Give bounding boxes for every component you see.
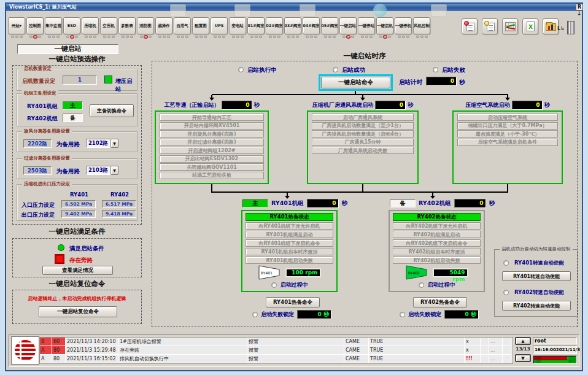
step-item: 开始导通站内工艺 (160, 114, 264, 121)
alarm-time: 2021/11/3 14:20:10 (66, 338, 118, 346)
outlet-value-1[interactable]: 9.402 MPa (61, 210, 96, 218)
filter-standby-value[interactable]: 2503路 (23, 166, 52, 175)
event-summary-icon[interactable] (482, 18, 498, 34)
toolbar-button[interactable]: UPS (211, 17, 228, 38)
data-archive-icon[interactable] (543, 18, 559, 34)
speed-auto-group: 启机成功后自动切为转速自动控制 RY401转速自动使能 RY401转速自动使能 … (494, 249, 578, 317)
alarm-priority: A (40, 355, 52, 363)
toolbar-button[interactable]: 一键停站 (358, 17, 375, 38)
alarm-priority: B (40, 338, 52, 346)
pressure-group: 压缩机进出口压力设定 RY401 RY402 入口压力设定 6.502 MPa … (17, 184, 137, 221)
qty-input[interactable]: 1 (63, 75, 97, 85)
outlet-label: 出口压力设定 (21, 211, 55, 219)
ry402-ready-bar: RY402热备状态 (393, 213, 481, 221)
inlet-value-2[interactable]: 6.517 MPa (102, 200, 136, 208)
filter-select[interactable]: 2103路 (86, 166, 110, 175)
alarm-type: 报警 (247, 346, 344, 355)
toolbar-button[interactable]: 04#阀室 (303, 17, 320, 38)
success-lamp (333, 67, 338, 72)
company-logo[interactable] (11, 336, 39, 365)
toolbar-button-indicators (229, 36, 246, 38)
outlet-value-2[interactable]: 9.418 MPa (102, 210, 136, 218)
toolbar-button[interactable]: 压缩机 (82, 17, 99, 38)
toolbar-button[interactable]: 自用气 (174, 17, 191, 38)
toolbar-button-indicators (45, 36, 62, 38)
toolbar-button[interactable]: 01#阀室 (247, 17, 265, 38)
ry402-speed-auto-button[interactable]: RY402转速自动使能 (502, 301, 571, 311)
step-item: 向RY402机组下发允许启机 (393, 222, 481, 230)
reset-button[interactable]: 一键启站复位命令 (39, 306, 117, 317)
toolbar-button[interactable]: 变电站 (229, 17, 246, 38)
alarm-scroll-down-button[interactable]: ▼ (515, 354, 531, 362)
step-item: 向RY401机组下发启机命令 (246, 239, 333, 247)
toolbar-button[interactable]: 一键停机 (395, 17, 412, 38)
ry401-standby-button[interactable]: RY401热备命令 (266, 297, 320, 307)
toolbar-button[interactable]: 空压机 (100, 17, 117, 38)
toolbar-button[interactable]: 03#阀室 (284, 17, 301, 38)
toolbar-button[interactable]: 参数表 (118, 17, 136, 38)
alarm-value: TRUE (369, 355, 465, 363)
toolbar-button[interactable]: 控制图 (26, 17, 44, 38)
alarm-row[interactable]: A 80 2021/11/3 15:29:48 存在旁路 报警 CAME TRU… (40, 346, 513, 355)
logo-emblem-icon (15, 340, 36, 361)
cyclone-select-arrow-icon[interactable]: ▼ (110, 139, 118, 148)
alarm-scroll-up-button[interactable]: ▲ (515, 337, 531, 345)
clock-date: 2021/11/3 (556, 346, 580, 354)
ry402-rpm-display: 5049 rpm (433, 268, 468, 277)
ry401-fail-lamp (252, 312, 258, 317)
clock-time: 16:16:00 (535, 346, 556, 354)
ry402-fail-row: 启动失败锁定 0 秒 (400, 310, 479, 319)
toolbar-button-indicators (174, 36, 191, 38)
report-export-icon[interactable]: X (522, 18, 538, 34)
toolbar-button[interactable]: 越操作 (155, 17, 172, 38)
ghost-icon (234, 4, 250, 17)
toolbar-button[interactable]: ESD (63, 17, 80, 38)
station-timer-display: 0 (426, 77, 457, 86)
toolbar-button[interactable]: 风机控制 (413, 17, 430, 38)
view-condition-button[interactable]: 查看满足情况 (42, 266, 113, 275)
toolbar-button-indicators (266, 36, 283, 38)
alarm-summary-icon[interactable] (462, 18, 478, 34)
ry402-standby-button[interactable]: RY402热备命令 (413, 297, 467, 307)
toolbar-button[interactable]: 消防图 (137, 17, 154, 38)
toolbar-button[interactable]: 一键启机 (376, 17, 393, 38)
alarm-row[interactable]: A 80 2021/11/3 16:15:02 排风机自动切换执行中 报警 CA… (40, 355, 513, 363)
toolbar-button[interactable]: 02#阀室 (266, 17, 283, 38)
step-item: 开启过滤分离器(四路) (160, 139, 264, 146)
toolbar-button[interactable]: 05#阀室 (321, 17, 338, 38)
toolbar-button-indicators (358, 36, 375, 38)
filter-select-arrow-icon[interactable]: ▼ (110, 166, 118, 175)
alarm-type: 报警 (247, 338, 344, 346)
bypass-lamp (55, 254, 64, 264)
page-title: 一键启站 (17, 44, 118, 54)
title-bar: ViewstarICS_1: 延川压气站 (6, 4, 582, 11)
ghost-icon (373, 4, 387, 17)
ry401-compressor-row: RY401 100 rpm (246, 265, 333, 280)
success-label: 启站成功 (342, 66, 365, 74)
toolbar-button[interactable]: 开始▾ (8, 17, 25, 38)
ry402-running-lamp (419, 282, 424, 288)
station-timer-unit: 秒 (459, 79, 465, 87)
cyclone-select[interactable]: 2102路 (86, 139, 110, 148)
start-command-button[interactable]: 一键启站命令 (321, 77, 390, 88)
alarm-state: CAME (344, 338, 369, 346)
toolbar-button[interactable]: 一键启站 (339, 17, 357, 38)
cyclone-standby-value[interactable]: 2202路 (23, 139, 52, 148)
toolbar: 开始▾ 控制图 集中监视 ESD 压缩机 空压机 参数表 消防图 越操作 自 (8, 17, 430, 38)
ventilation-timer-display: 0 (375, 101, 406, 110)
ry401-speed-auto-button[interactable]: RY401转速自动使能 (502, 271, 571, 281)
step-item: 启动厂房通风系统 (312, 114, 414, 121)
sequence-title: 一键启站时序 (152, 52, 578, 61)
step-item: 启动压缩空气系统 (457, 114, 558, 121)
toolbar-button[interactable]: 配置图 (192, 17, 209, 38)
alarm-more: ... (489, 346, 503, 355)
process-column-header: 工艺导通（正输启站） 0 秒 (155, 101, 269, 110)
ghost-icon (300, 4, 315, 17)
alarm-row[interactable]: B 60 2021/11/3 14:20:10 1#压缩机综合报警 报警 CAM… (40, 338, 513, 346)
inlet-value-1[interactable]: 6.502 MPa (61, 200, 96, 208)
alarm-blank (503, 338, 511, 346)
duty-switch-button[interactable]: 主备切换命令 (90, 104, 134, 117)
toolbar-button-indicators (192, 36, 209, 38)
trend-curve-icon[interactable] (502, 18, 518, 34)
toolbar-button[interactable]: 集中监视 (45, 17, 62, 38)
